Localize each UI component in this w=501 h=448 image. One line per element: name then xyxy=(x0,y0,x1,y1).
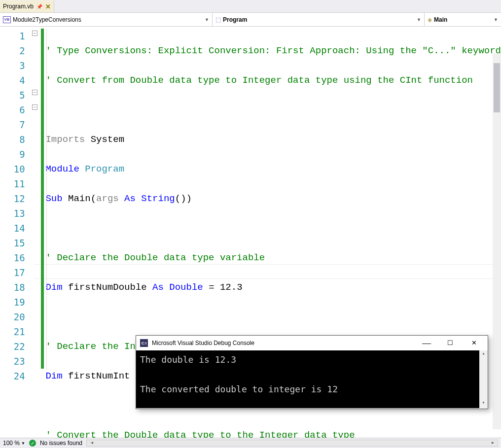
code-text: As xyxy=(152,280,164,295)
code-text: As xyxy=(124,191,136,206)
cube-icon: ◈ xyxy=(428,16,432,23)
project-selector[interactable]: VB Module2TypeConversions ▼ xyxy=(0,13,212,26)
code-text: firstNumInt xyxy=(63,369,136,383)
code-text: = 12.3 xyxy=(203,280,243,295)
horizontal-scrollbar[interactable]: ◂ ▸ xyxy=(86,440,498,447)
class-name: Program xyxy=(223,16,247,23)
current-line-highlight xyxy=(35,264,493,279)
debug-console-window[interactable]: C:\ Microsoft Visual Studio Debug Consol… xyxy=(136,335,488,409)
tab-bar: Program.vb 📌 ✕ xyxy=(0,0,501,13)
code-text: Double xyxy=(164,280,203,295)
code-text: Program xyxy=(79,162,124,176)
chevron-down-icon: ▼ xyxy=(494,17,498,22)
class-selector[interactable]: ⬚ Program ▼ xyxy=(212,13,424,26)
code-text: ' Convert from Double data type to Integ… xyxy=(45,73,473,88)
minimize-button[interactable]: — xyxy=(417,341,436,345)
issues-text: No issues found xyxy=(40,440,82,447)
code-text: firstNumDouble xyxy=(63,280,152,295)
vb-icon: VB xyxy=(3,16,11,23)
chevron-down-icon: ▼ xyxy=(417,17,421,22)
chevron-down-icon: ▼ xyxy=(205,17,209,22)
project-name: Module2TypeConversions xyxy=(13,16,81,23)
code-text: args xyxy=(96,191,124,206)
console-scrollbar[interactable]: ▴ ▾ xyxy=(479,350,488,408)
console-title-text: Microsoft Visual Studio Debug Console xyxy=(152,340,254,346)
console-titlebar[interactable]: C:\ Microsoft Visual Studio Debug Consol… xyxy=(136,336,488,350)
fold-toggle[interactable]: − xyxy=(32,90,37,95)
code-text: ' Type Conversions: Explicit Conversion:… xyxy=(45,43,501,58)
close-icon[interactable]: ✕ xyxy=(45,3,51,10)
code-text: Main( xyxy=(63,191,96,206)
scroll-left-icon[interactable]: ◂ xyxy=(88,440,96,445)
struct-icon: ⬚ xyxy=(215,16,221,23)
chevron-down-icon: ▼ xyxy=(21,441,25,446)
pin-icon[interactable]: 📌 xyxy=(36,4,42,9)
zoom-value: 100 % xyxy=(3,440,20,447)
code-text: Module xyxy=(45,162,79,176)
code-text: Dim xyxy=(45,280,62,295)
guide-line xyxy=(46,30,47,370)
fold-toggle[interactable]: − xyxy=(32,31,37,36)
tab-filename: Program.vb xyxy=(3,3,34,10)
line-gutter: 123456789101112131415161718192021222324 xyxy=(0,27,31,440)
navigation-bar: VB Module2TypeConversions ▼ ⬚ Program ▼ … xyxy=(0,13,501,27)
check-icon: ✓ xyxy=(29,440,36,447)
status-bar: 100 % ▼ ✓ No issues found ◂ ▸ xyxy=(0,438,501,448)
maximize-button[interactable]: ☐ xyxy=(440,339,460,347)
code-text: ()) xyxy=(175,191,192,206)
method-name: Main xyxy=(434,16,447,23)
close-button[interactable]: ✕ xyxy=(464,339,484,347)
method-selector[interactable]: ◈ Main ▼ xyxy=(424,13,501,26)
scroll-up-icon[interactable]: ▴ xyxy=(479,350,488,359)
console-line: The double is 12.3 xyxy=(140,352,484,367)
console-icon: C:\ xyxy=(140,339,148,347)
console-output[interactable]: The double is 12.3 The converted double … xyxy=(136,350,488,408)
scroll-right-icon[interactable]: ▸ xyxy=(489,440,497,445)
fold-toggle[interactable]: − xyxy=(32,104,37,110)
console-line: The converted double to integer is 12 xyxy=(140,382,484,397)
marker-column: − − − xyxy=(31,27,46,440)
code-text: Dim xyxy=(45,369,62,383)
code-text: Imports xyxy=(45,132,85,147)
vertical-scrollbar[interactable] xyxy=(493,53,501,429)
code-text: System xyxy=(85,132,124,147)
scroll-down-icon[interactable]: ▾ xyxy=(479,400,488,408)
code-text: Sub xyxy=(45,191,62,206)
code-text: String xyxy=(136,191,175,206)
code-text: ' Declare the Double data type variable xyxy=(45,250,265,265)
change-marker xyxy=(41,29,44,369)
scrollbar-thumb[interactable] xyxy=(494,63,500,112)
zoom-selector[interactable]: 100 % ▼ xyxy=(3,440,25,447)
file-tab[interactable]: Program.vb 📌 ✕ xyxy=(0,0,54,12)
